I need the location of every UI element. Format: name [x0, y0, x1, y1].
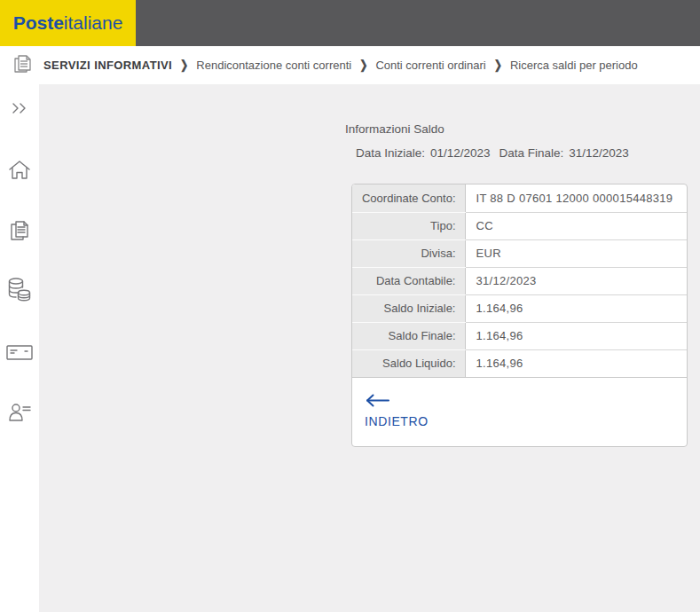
indietro-label: INDIETRO — [365, 414, 429, 428]
date-range: Data Iniziale:01/12/2023 Data Finale:31/… — [356, 146, 700, 160]
chevron-right-icon: ❯ — [180, 58, 188, 72]
chevron-right-icon: ❯ — [494, 58, 502, 72]
breadcrumb-item-conti-ordinari[interactable]: Conti correnti ordinari — [375, 59, 485, 72]
left-sidebar — [0, 84, 39, 612]
section-title: Informazioni Saldo — [345, 122, 700, 136]
top-header: Posteitaliane — [0, 0, 700, 46]
coins-icon — [6, 277, 33, 305]
chevron-right-icon: ❯ — [359, 58, 367, 72]
row-label: Saldo Liquido: — [352, 349, 465, 377]
arrow-left-icon — [365, 393, 429, 412]
saldo-info-card: Coordinate Conto: IT 88 D 07601 12000 00… — [351, 184, 688, 447]
page-body: Informazioni Saldo Data Iniziale:01/12/2… — [0, 84, 700, 612]
table-row: Saldo Liquido: 1.164,96 — [352, 349, 687, 377]
main-content: Informazioni Saldo Data Iniziale:01/12/2… — [39, 84, 700, 612]
logo-text-bold: Poste — [13, 12, 64, 33]
row-value: 1.164,96 — [465, 294, 687, 322]
data-finale-value: 31/12/2023 — [569, 146, 629, 160]
documents-icon — [8, 219, 31, 244]
row-value: EUR — [465, 239, 687, 267]
table-row: Data Contabile: 31/12/2023 — [352, 267, 687, 294]
row-value: 31/12/2023 — [465, 267, 687, 294]
saldo-table: Coordinate Conto: IT 88 D 07601 12000 00… — [352, 184, 687, 378]
poste-italiane-logo: Posteitaliane — [0, 0, 136, 46]
row-label: Divisa: — [352, 239, 465, 267]
sidebar-item-documents[interactable] — [5, 218, 34, 245]
row-value: 1.164,96 — [465, 349, 687, 377]
data-finale-label: Data Finale: — [499, 146, 563, 160]
table-row: Coordinate Conto: IT 88 D 07601 12000 00… — [352, 184, 687, 212]
sidebar-item-profile[interactable] — [5, 399, 34, 426]
table-row: Saldo Finale: 1.164,96 — [352, 322, 687, 349]
row-label: Saldo Finale: — [352, 322, 465, 349]
row-value: CC — [465, 212, 687, 239]
table-row: Saldo Iniziale: 1.164,96 — [352, 294, 687, 322]
row-label: Tipo: — [352, 212, 465, 239]
row-label: Saldo Iniziale: — [352, 294, 465, 322]
double-chevron-right-icon — [11, 102, 28, 114]
sidebar-item-accounts[interactable] — [5, 278, 34, 304]
breadcrumb-item-ricerca-saldi[interactable]: Ricerca saldi per periodo — [510, 59, 638, 72]
logo-text: Posteitaliane — [13, 12, 123, 34]
data-iniziale-label: Data Iniziale: — [356, 146, 425, 160]
sidebar-item-home[interactable] — [5, 157, 34, 184]
cheque-icon — [5, 342, 34, 362]
breadcrumb-bar: SERVIZI INFORMATIVI ❯ Rendicontazione co… — [0, 46, 700, 84]
row-value: 1.164,96 — [465, 322, 687, 349]
documents-icon — [12, 52, 33, 79]
breadcrumb-item-rendicontazione[interactable]: Rendicontazione conti correnti — [196, 59, 351, 72]
data-iniziale-value: 01/12/2023 — [430, 146, 491, 160]
logo-text-regular: italiane — [64, 12, 123, 33]
expand-sidebar-button[interactable] — [5, 95, 34, 122]
row-label: Data Contabile: — [352, 267, 465, 294]
user-profile-icon — [6, 401, 33, 424]
breadcrumb-item-servizi-informativi[interactable]: SERVIZI INFORMATIVI — [43, 59, 172, 72]
table-row: Tipo: CC — [352, 212, 687, 239]
breadcrumb: SERVIZI INFORMATIVI ❯ Rendicontazione co… — [43, 59, 638, 72]
row-value: IT 88 D 07601 12000 000015448319 — [465, 184, 687, 212]
table-row: Divisa: EUR — [352, 239, 687, 267]
row-label: Coordinate Conto: — [352, 184, 465, 212]
sidebar-item-cheque[interactable] — [5, 339, 34, 365]
indietro-button[interactable]: INDIETRO — [352, 378, 441, 446]
home-icon — [7, 159, 32, 182]
